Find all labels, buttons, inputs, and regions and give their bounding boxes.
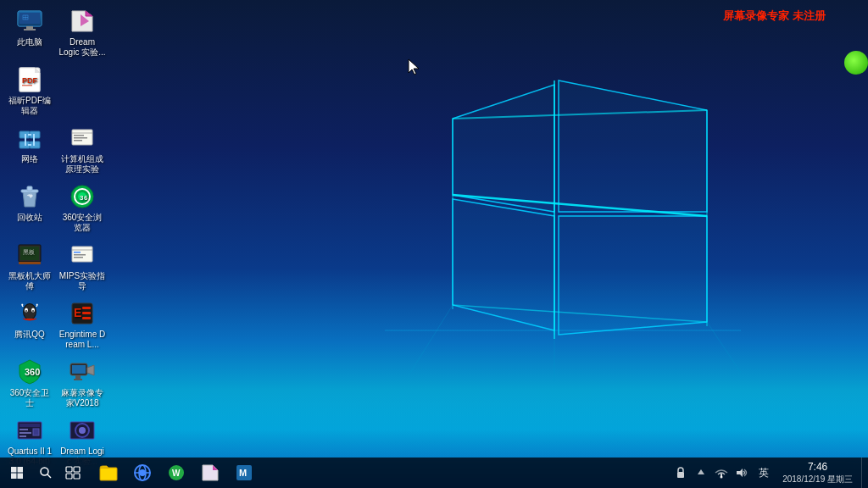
tray-network-icon[interactable] [713,458,730,488]
taskbar-pink-app[interactable] [193,458,227,488]
svg-text:W: W [172,469,181,478]
svg-text:360: 360 [25,367,40,377]
icon-360-browser[interactable]: 3 6 360安全浏览器 [57,180,108,236]
watermark: 屏幕录像专家 未注册 [723,8,826,24]
svg-rect-88 [18,474,24,480]
icon-row-1: 此电脑 DreamLogic 实验... [4,4,108,61]
svg-rect-74 [75,375,81,379]
svg-rect-21 [19,13,40,24]
svg-marker-107 [737,469,743,477]
icon-360-guard[interactable]: 360 360安全卫士 [4,355,55,412]
svg-rect-56 [74,252,81,253]
desktop: 屏幕录像专家 未注册 [0,0,868,488]
icon-this-pc[interactable]: 此电脑 [4,4,55,61]
system-tray: 英 7:46 2018/12/19 星期三 [672,458,868,488]
icon-row-6: 腾讯QQ E Engintime Dream L... [4,297,108,353]
svg-rect-75 [74,379,82,380]
svg-rect-57 [74,254,86,256]
svg-point-63 [25,310,27,312]
show-desktop-button[interactable] [861,458,865,488]
floor-glow [0,390,868,458]
icon-computer-org[interactable]: 计算机组成原理实验 [57,121,108,178]
icon-recycle[interactable]: 回收站 [4,180,55,236]
svg-rect-87 [11,474,17,480]
svg-rect-86 [18,467,24,473]
svg-rect-68 [82,312,91,314]
svg-line-16 [707,322,741,373]
svg-rect-78 [19,429,28,430]
svg-rect-95 [100,468,117,480]
svg-rect-53 [19,262,41,264]
icon-screenrec[interactable]: 麻薯录像专家V2018 [57,355,108,412]
svg-rect-42 [74,140,82,141]
svg-line-90 [47,474,51,478]
svg-text:M: M [239,468,247,478]
start-button[interactable] [0,458,34,488]
taskbar-search[interactable] [34,458,58,488]
svg-rect-94 [74,474,80,479]
taskbar: W M [0,458,868,488]
svg-text:黑板: 黑板 [23,249,35,255]
taskbar-pinned-apps: W M [92,458,261,488]
svg-rect-41 [74,137,87,139]
taskbar-browser[interactable] [125,458,159,488]
tray-language-icon[interactable]: 英 [754,458,774,488]
tray-volume-icon[interactable] [733,458,750,488]
tray-show-hidden[interactable] [693,458,709,488]
tray-lock-icon[interactable] [672,458,689,488]
tray-clock[interactable]: 7:46 2018/12/19 星期三 [777,458,858,488]
svg-rect-44 [27,186,32,191]
svg-rect-91 [66,467,72,472]
svg-line-15 [410,305,453,373]
green-circle-badge [844,51,868,75]
svg-rect-79 [19,432,31,434]
svg-rect-93 [66,474,72,479]
svg-rect-77 [19,424,40,427]
svg-rect-36 [25,134,26,146]
svg-point-64 [32,310,34,312]
svg-rect-40 [74,135,84,136]
svg-rect-81 [33,429,39,435]
desktop-icons-area: 此电脑 DreamLogic 实验... [4,4,108,470]
svg-text:PDF: PDF [22,76,38,85]
svg-marker-3 [559,80,707,212]
svg-rect-58 [74,257,83,258]
icon-mips[interactable]: MIPS实验指导 [57,238,108,295]
svg-rect-80 [19,435,26,437]
svg-rect-29 [22,85,32,86]
icon-blackboard[interactable]: 黑板 黑板机大师傅 [4,238,55,295]
svg-marker-73 [87,365,94,375]
icon-row-4: 回收站 3 6 360安全浏览器 [4,180,108,236]
svg-point-89 [41,468,48,475]
taskbar-explorer[interactable] [92,458,125,488]
svg-rect-85 [11,467,17,473]
svg-text:6: 6 [84,194,88,202]
icon-row-5: 黑板 黑板机大师傅 MIPS实验指导 [4,238,108,295]
icon-foxpdf[interactable]: PDF 福昕PDF编辑器 [4,63,55,119]
svg-rect-69 [82,317,91,319]
svg-rect-34 [28,134,31,136]
taskbar-blue-app[interactable]: M [227,458,261,488]
icon-row-7: 360 360安全卫士 麻薯录像专家V2018 [4,355,108,412]
svg-rect-35 [28,144,31,146]
icon-row-2: PDF 福昕PDF编辑器 [4,63,108,119]
icon-enginetime[interactable]: E Engintime Dream L... [57,297,108,353]
svg-rect-92 [74,467,80,472]
svg-marker-1 [453,85,554,212]
icon-qq[interactable]: 腾讯QQ [4,297,55,353]
svg-rect-23 [24,29,36,30]
svg-rect-22 [26,26,33,29]
icon-network[interactable]: 网络 [4,121,55,178]
windows-logo [385,68,741,390]
svg-point-106 [721,476,723,479]
taskbar-green-app[interactable]: W [159,458,193,488]
svg-point-84 [79,427,86,434]
svg-rect-37 [33,134,35,146]
icon-dream-logic[interactable]: DreamLogic 实验... [57,4,108,61]
svg-text:E: E [74,306,81,319]
svg-rect-104 [677,472,684,478]
taskbar-task-view[interactable] [58,458,88,488]
svg-rect-67 [82,307,91,309]
icon-row-3: 网络 计算机组成原理实验 [4,121,108,178]
svg-marker-105 [698,469,704,474]
